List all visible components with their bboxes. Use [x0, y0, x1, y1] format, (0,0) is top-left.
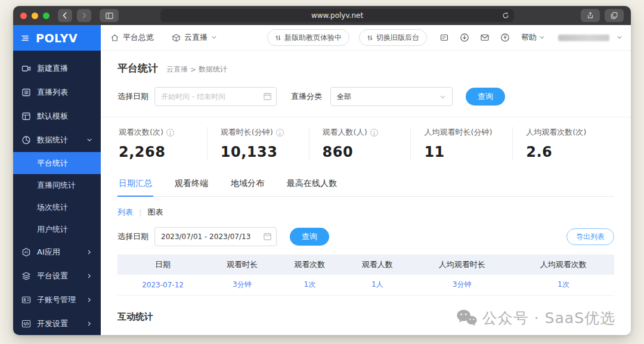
tab-date-summary[interactable]: 日期汇总	[117, 173, 153, 196]
sidebar-item-platform-settings[interactable]: 平台设置	[13, 264, 101, 288]
table-row[interactable]: 2023-07-12 3分钟 1次 1人 3分钟 1次	[117, 275, 614, 295]
url-bar[interactable]: www.polyv.net	[160, 9, 514, 22]
brand-logo: POLYV	[36, 32, 78, 45]
reload-icon[interactable]	[501, 11, 510, 20]
sidebar-item-new-live[interactable]: 新建直播	[13, 57, 101, 80]
nav-platform-overview[interactable]: 平台总览	[110, 32, 154, 43]
tab-max-online[interactable]: 最高在线人数	[286, 173, 338, 196]
browser-chrome: www.polyv.net	[13, 6, 631, 25]
nav-cloud-live[interactable]: 云直播	[172, 32, 217, 43]
table-query-button[interactable]: 查询	[290, 228, 329, 246]
tabs-icon	[610, 11, 618, 20]
stat-label: 人均观看时长(分钟)	[424, 127, 492, 138]
stat-label: 观看人数(人)	[323, 127, 367, 138]
sidebar-menu: 新建直播 直播列表 默认模板 数据统计 平台统计	[13, 51, 101, 335]
view-toggle: 列表 | 图表	[117, 207, 614, 218]
announcement-button[interactable]	[436, 33, 452, 42]
page-title: 平台统计	[117, 61, 158, 75]
column-header: 人均观看次数	[513, 255, 614, 275]
sidebar-item-live-list[interactable]: 直播列表	[13, 80, 101, 104]
logo-band[interactable]: POLYV	[13, 25, 101, 51]
stat-view-count: 观看次数(次) 2,268	[117, 127, 207, 160]
back-button[interactable]	[58, 9, 72, 22]
sidebar-subitem-session-statistics[interactable]: 场次统计	[13, 196, 101, 218]
camera-icon	[21, 64, 31, 73]
switch-arrows-icon	[367, 35, 373, 41]
help-menu[interactable]: 帮助	[521, 32, 545, 43]
info-icon[interactable]	[370, 129, 378, 137]
view-toggle-separator: |	[139, 208, 141, 217]
export-list-button[interactable]: 导出列表	[566, 228, 614, 245]
sidebar-item-ai-apps[interactable]: AI AI应用	[13, 240, 101, 264]
template-icon	[21, 111, 31, 121]
hamburger-menu-icon[interactable]	[20, 33, 30, 43]
cube-icon	[172, 33, 181, 42]
pill-button-label: 切换旧版后台	[376, 33, 419, 43]
wechat-icon	[456, 309, 478, 327]
column-header: 日期	[117, 255, 208, 275]
tab-region-distribution[interactable]: 地域分布	[230, 173, 265, 196]
breadcrumb-current: 数据统计	[199, 64, 227, 75]
breadcrumb: 云直播 > 数据统计	[166, 64, 227, 75]
stat-value: 2.6	[526, 144, 614, 160]
forward-button[interactable]	[77, 9, 91, 22]
stat-value: 11	[424, 144, 512, 160]
traffic-lights	[20, 13, 49, 19]
tab-view-terminal[interactable]: 观看终端	[174, 173, 209, 196]
sidebar-item-default-template[interactable]: 默认模板	[13, 104, 101, 128]
sidebar-item-label: 子账号管理	[37, 295, 80, 305]
cell-date: 2023-07-12	[117, 275, 208, 295]
list-icon	[21, 88, 31, 97]
sidebar-item-developer-settings[interactable]: 开发设置	[13, 312, 101, 335]
info-icon[interactable]	[166, 129, 174, 137]
billing-button[interactable]: ¥	[497, 33, 513, 42]
sidebar-item-label: 直播列表	[37, 87, 92, 98]
sidebar-subitem-room-statistics[interactable]: 直播间统计	[13, 174, 101, 196]
sidebar-item-label: 新建直播	[37, 63, 92, 74]
account-name-blurred[interactable]	[558, 35, 609, 41]
sidebar-item-subaccount-management[interactable]: 子账号管理	[13, 288, 101, 312]
cell-view-duration: 3分钟	[208, 275, 275, 295]
date-filter-label: 选择日期	[117, 231, 148, 242]
cell-avg-views: 1次	[513, 275, 614, 295]
category-select[interactable]: 全部	[330, 87, 453, 106]
stat-avg-duration: 人均观看时长(分钟) 11	[410, 127, 512, 160]
table-date-range-input[interactable]	[154, 227, 277, 246]
stat-value: 10,133	[221, 144, 309, 160]
stat-label: 观看时长(分钟)	[221, 127, 273, 138]
sidebar-subitem-platform-statistics[interactable]: 平台统计	[13, 152, 101, 174]
sidebar-item-data-statistics[interactable]: 数据统计	[13, 128, 101, 152]
query-button[interactable]: 查询	[466, 88, 505, 106]
tabs-overview-button[interactable]	[605, 9, 624, 22]
chevron-down-icon[interactable]	[617, 35, 623, 41]
close-window-button[interactable]	[20, 13, 27, 19]
currency-circle-icon: ¥	[500, 33, 510, 42]
help-label: 帮助	[521, 32, 537, 43]
chevron-down-icon	[439, 94, 446, 100]
browser-window: www.polyv.net POLYV 新建直播 直播列	[13, 6, 631, 335]
view-toggle-chart[interactable]: 图表	[147, 207, 163, 218]
calendar-icon	[263, 92, 272, 101]
sidebar-subitem-user-statistics[interactable]: 用户统计	[13, 218, 101, 240]
stat-avg-views: 人均观看次数(次) 2.6	[512, 127, 614, 160]
chevron-right-icon	[86, 273, 92, 279]
download-button[interactable]	[457, 33, 472, 42]
stat-view-duration: 观看时长(分钟) 10,133	[207, 127, 309, 160]
pill-button-label: 新版助教页体验中	[284, 33, 342, 43]
new-assistant-page-button[interactable]: 新版助教页体验中	[267, 29, 349, 46]
minimize-window-button[interactable]	[32, 13, 38, 19]
breadcrumb-parent[interactable]: 云直播	[166, 64, 188, 75]
view-toggle-list[interactable]: 列表	[117, 207, 133, 218]
maximize-window-button[interactable]	[43, 13, 49, 19]
share-button[interactable]	[581, 9, 600, 22]
info-icon[interactable]	[276, 129, 284, 137]
date-range-input[interactable]	[154, 87, 277, 106]
sidebar-subitem-label: 直播间统计	[37, 180, 76, 191]
category-select-value: 全部	[337, 92, 351, 102]
messages-button[interactable]	[477, 33, 493, 42]
sidebar-toggle-button[interactable]	[100, 9, 119, 22]
layers-icon	[21, 271, 31, 281]
chevron-down-icon	[211, 35, 217, 41]
switch-old-version-button[interactable]: 切换旧版后台	[359, 29, 427, 46]
calendar-icon	[263, 232, 272, 241]
